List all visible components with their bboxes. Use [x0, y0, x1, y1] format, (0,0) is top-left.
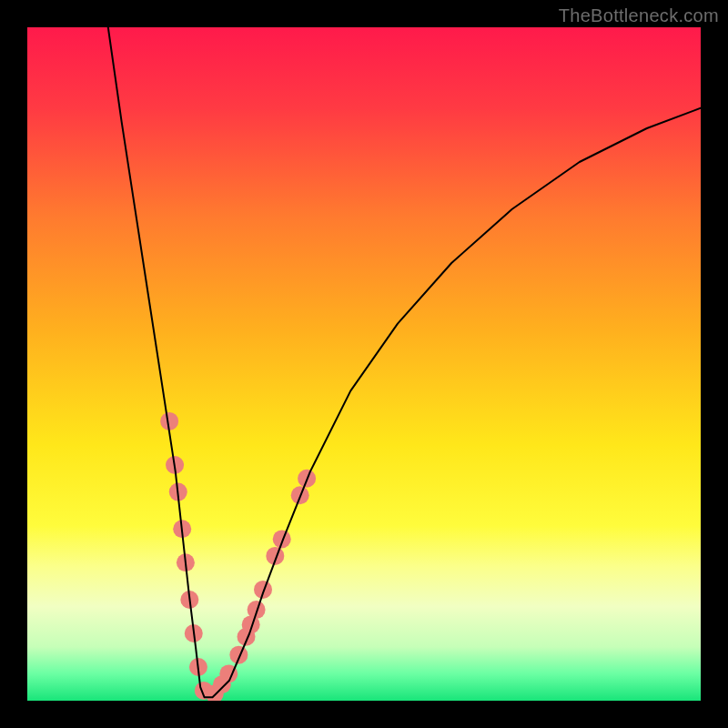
plot-area: [27, 27, 701, 701]
watermark-text: TheBottleneck.com: [559, 5, 719, 26]
chart-svg: [27, 27, 701, 701]
data-marker: [229, 646, 248, 664]
data-marker: [273, 530, 291, 548]
data-marker: [248, 601, 266, 619]
chart-background: [27, 27, 701, 701]
data-marker: [254, 581, 272, 599]
